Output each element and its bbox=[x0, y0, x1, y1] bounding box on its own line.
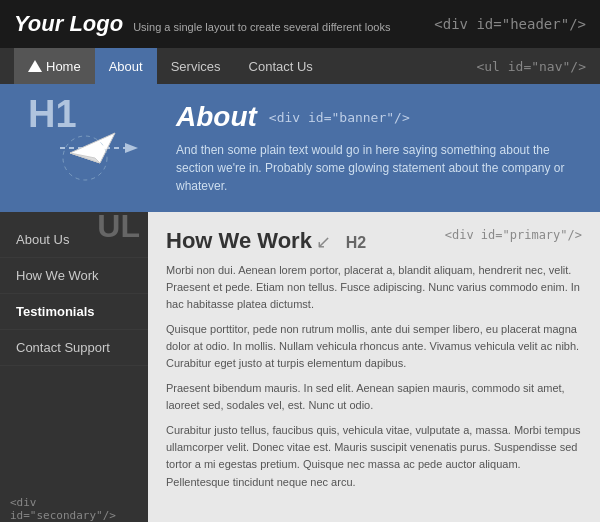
sidebar-item-contact-support[interactable]: Contact Support bbox=[0, 330, 148, 366]
nav-item-home[interactable]: Home bbox=[14, 48, 95, 84]
header-tagline: Using a single layout to create several … bbox=[133, 21, 390, 33]
paragraph-4: Curabitur justo tellus, faucibus quis, v… bbox=[166, 422, 582, 490]
banner-text: And then some plain text would go in her… bbox=[176, 141, 580, 195]
nav-home-label: Home bbox=[46, 59, 81, 74]
primary-title: How We Work bbox=[166, 228, 312, 253]
nav-services-label: Services bbox=[171, 59, 221, 74]
sidebar-item-how-we-work[interactable]: How We Work bbox=[0, 258, 148, 294]
banner-title-row: About <div id="banner"/> bbox=[176, 101, 580, 133]
secondary-code: <div id="secondary"/> bbox=[0, 486, 148, 522]
h2-arrow-icon: ↙ bbox=[316, 231, 331, 253]
paragraph-2: Quisque porttitor, pede non rutrum molli… bbox=[166, 321, 582, 372]
secondary-sidebar: UL About Us How We Work Testimonials Con… bbox=[0, 212, 148, 522]
banner-title: About bbox=[176, 101, 257, 133]
banner-right: About <div id="banner"/> And then some p… bbox=[160, 101, 580, 195]
primary-content-area: How We Work ↙ H2 <div id="primary"/> Mor… bbox=[148, 212, 600, 522]
paragraph-3: Praesent bibendum mauris. In sed elit. A… bbox=[166, 380, 582, 414]
banner-code: <div id="banner"/> bbox=[269, 110, 410, 125]
nav-item-about[interactable]: About bbox=[95, 48, 157, 84]
primary-code: <div id="primary"/> bbox=[445, 228, 582, 242]
primary-title-row: How We Work ↙ H2 <div id="primary"/> bbox=[166, 228, 582, 254]
h1-label: H1 bbox=[28, 93, 77, 136]
nav-bar: Home About Services Contact Us <ul id="n… bbox=[0, 48, 600, 84]
svg-marker-1 bbox=[125, 143, 138, 153]
up-arrow-icon bbox=[28, 60, 42, 72]
h2-label: H2 bbox=[346, 234, 366, 252]
nav-items: Home About Services Contact Us bbox=[14, 48, 327, 84]
banner: H1 About <div id="banner"/> And then som… bbox=[0, 84, 600, 212]
banner-left: H1 bbox=[20, 103, 160, 193]
paragraph-1: Morbi non dui. Aenean lorem portor, plac… bbox=[166, 262, 582, 313]
nav-item-contact[interactable]: Contact Us bbox=[235, 48, 327, 84]
nav-contact-label: Contact Us bbox=[249, 59, 313, 74]
header-code: <div id="header"/> bbox=[434, 16, 586, 32]
nav-item-services[interactable]: Services bbox=[157, 48, 235, 84]
header: Your Logo Using a single layout to creat… bbox=[0, 0, 600, 48]
sidebar-item-testimonials[interactable]: Testimonials bbox=[0, 294, 148, 330]
primary-text-content: Morbi non dui. Aenean lorem portor, plac… bbox=[166, 262, 582, 491]
secondary-ul-label: UL bbox=[97, 208, 140, 245]
nav-code: <ul id="nav"/> bbox=[476, 59, 586, 74]
main-area: UL About Us How We Work Testimonials Con… bbox=[0, 212, 600, 522]
nav-about-label: About bbox=[109, 59, 143, 74]
logo: Your Logo bbox=[14, 11, 123, 37]
